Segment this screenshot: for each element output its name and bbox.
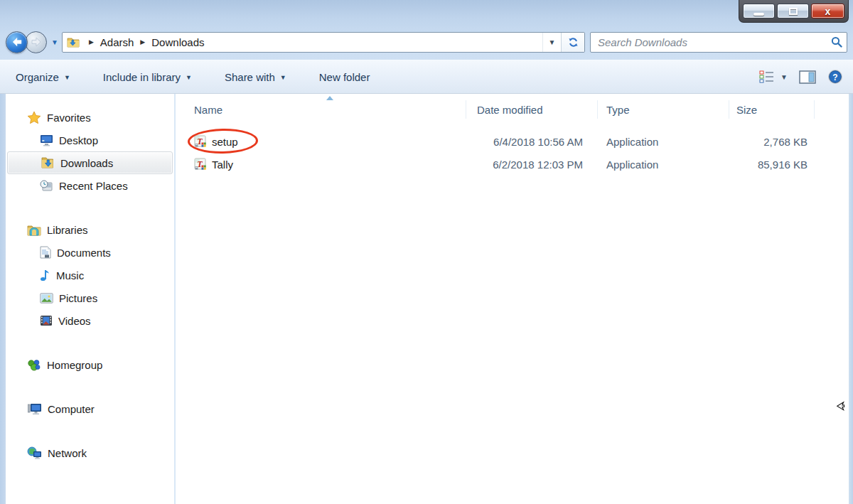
- forward-arrow-icon: [31, 37, 42, 47]
- sidebar-label: Libraries: [47, 224, 88, 236]
- file-date-cell: 6/4/2018 10:56 AM: [466, 136, 598, 148]
- sidebar-item-favorites[interactable]: Favorites: [6, 106, 174, 129]
- file-name-cell: T setup: [176, 135, 466, 148]
- new-folder-label: New folder: [319, 71, 370, 83]
- title-bar: x: [0, 0, 853, 27]
- preview-pane-button[interactable]: [799, 70, 816, 84]
- chevron-down-icon: ▼: [549, 38, 556, 46]
- file-list-pane: Name Date modified Type Size T setup 6/4…: [176, 94, 849, 504]
- refresh-icon: [568, 37, 579, 48]
- history-buttons: ▼: [6, 31, 62, 53]
- recent-pages-dropdown[interactable]: ▼: [51, 38, 58, 46]
- star-icon: [27, 111, 41, 124]
- column-header-name[interactable]: Name: [176, 100, 466, 119]
- file-rows: T setup 6/4/2018 10:56 AM Application 2,…: [176, 130, 849, 176]
- magnifier-icon: [831, 36, 842, 48]
- maximize-icon: [789, 8, 798, 15]
- sidebar-item-computer[interactable]: Computer: [6, 397, 174, 420]
- search-box[interactable]: [590, 32, 847, 53]
- sidebar-item-music[interactable]: Music: [6, 264, 174, 286]
- sidebar-item-downloads[interactable]: Downloads: [7, 151, 173, 174]
- minimize-icon: [753, 13, 764, 16]
- preview-pane-icon: [799, 70, 816, 84]
- homegroup-icon: [27, 358, 41, 371]
- address-dropdown-button[interactable]: ▼: [542, 33, 561, 52]
- search-input[interactable]: [598, 36, 831, 48]
- organize-label: Organize: [16, 71, 59, 83]
- sidebar-item-pictures[interactable]: Pictures: [6, 286, 174, 309]
- file-name-cell: T Tally: [176, 158, 466, 171]
- breadcrumb-item-downloads[interactable]: Downloads: [151, 36, 204, 48]
- command-toolbar: Organize ▼ Include in library ▼ Share wi…: [0, 60, 853, 94]
- mouse-cursor-icon: [835, 401, 846, 415]
- tally-setup-icon: T: [194, 135, 207, 148]
- sidebar-label: Network: [48, 447, 87, 459]
- explorer-window: x ▼ ▶ Adarsh ▶: [0, 0, 853, 504]
- sidebar-label: Homegroup: [47, 359, 102, 371]
- back-arrow-icon: [11, 37, 23, 47]
- sidebar-label: Documents: [57, 247, 111, 259]
- window-right-border: [849, 94, 853, 504]
- views-icon: [759, 70, 775, 83]
- breadcrumb-item-adarsh[interactable]: Adarsh: [100, 36, 134, 48]
- sidebar-label: Recent Places: [59, 180, 128, 192]
- help-icon: ?: [827, 69, 843, 85]
- file-date-cell: 6/2/2018 12:03 PM: [466, 159, 598, 171]
- chevron-down-icon: ▼: [186, 73, 192, 81]
- column-headers: Name Date modified Type Size: [176, 95, 849, 124]
- column-header-type[interactable]: Type: [598, 100, 729, 119]
- sidebar-item-homegroup[interactable]: Homegroup: [6, 353, 174, 376]
- back-button[interactable]: [6, 31, 28, 53]
- libraries-icon: [27, 224, 41, 236]
- file-size-cell: 85,916 KB: [729, 159, 815, 171]
- share-with-button[interactable]: Share with ▼: [225, 71, 286, 83]
- sidebar-item-documents[interactable]: Documents: [6, 241, 174, 264]
- file-size-cell: 2,768 KB: [729, 136, 815, 148]
- sidebar-label: Favorites: [47, 112, 91, 124]
- share-with-label: Share with: [225, 71, 275, 83]
- sidebar-label: Videos: [58, 315, 91, 327]
- window-chrome: x ▼ ▶ Adarsh ▶: [0, 0, 853, 60]
- sidebar-item-libraries[interactable]: Libraries: [6, 218, 174, 241]
- minimize-button[interactable]: [743, 4, 775, 18]
- column-label: Size: [736, 104, 757, 116]
- file-row-setup[interactable]: T setup 6/4/2018 10:56 AM Application 2,…: [176, 130, 849, 153]
- network-icon: [27, 446, 42, 459]
- window-controls: x: [739, 0, 849, 23]
- breadcrumb-arrow-icon: ▶: [140, 38, 145, 45]
- maximize-button[interactable]: [777, 4, 809, 18]
- chevron-down-icon: ▼: [280, 73, 286, 81]
- sort-ascending-icon[interactable]: [326, 96, 333, 100]
- include-in-library-button[interactable]: Include in library ▼: [103, 71, 192, 83]
- recent-places-icon: [40, 180, 53, 192]
- new-folder-button[interactable]: New folder: [319, 71, 370, 83]
- sidebar-label: Pictures: [59, 292, 97, 304]
- sidebar-label: Desktop: [59, 134, 98, 146]
- breadcrumb-arrow-icon: ▶: [89, 38, 94, 45]
- column-header-size[interactable]: Size: [729, 100, 815, 119]
- forward-button[interactable]: [25, 31, 47, 53]
- videos-icon: [40, 315, 53, 326]
- sidebar-label: Computer: [48, 403, 95, 415]
- sidebar-item-recent-places[interactable]: Recent Places: [6, 174, 174, 197]
- toolbar-right-group: ▼ ?: [759, 69, 843, 85]
- refresh-button[interactable]: [561, 33, 584, 52]
- file-row-tally[interactable]: T Tally 6/2/2018 12:03 PM Application 85…: [176, 153, 849, 176]
- chevron-down-icon: ▼: [780, 73, 788, 81]
- window-left-border: [0, 94, 6, 504]
- column-label: Name: [194, 104, 222, 116]
- sidebar-item-videos[interactable]: Videos: [6, 309, 174, 332]
- organize-button[interactable]: Organize ▼: [16, 71, 70, 83]
- change-view-button[interactable]: ▼: [759, 70, 788, 83]
- close-button[interactable]: x: [811, 4, 844, 18]
- column-header-date-modified[interactable]: Date modified: [466, 100, 598, 119]
- help-button[interactable]: ?: [827, 69, 843, 85]
- music-icon: [40, 269, 50, 282]
- sidebar-item-network[interactable]: Network: [6, 441, 174, 464]
- address-bar[interactable]: ▶ Adarsh ▶ Downloads ▼: [62, 32, 585, 53]
- navigation-bar: ▼ ▶ Adarsh ▶ Downloads ▼: [0, 27, 853, 60]
- column-label: Date modified: [477, 104, 543, 116]
- sidebar-item-desktop[interactable]: Desktop: [6, 129, 174, 151]
- sidebar-label: Downloads: [60, 157, 113, 169]
- pictures-icon: [40, 293, 53, 304]
